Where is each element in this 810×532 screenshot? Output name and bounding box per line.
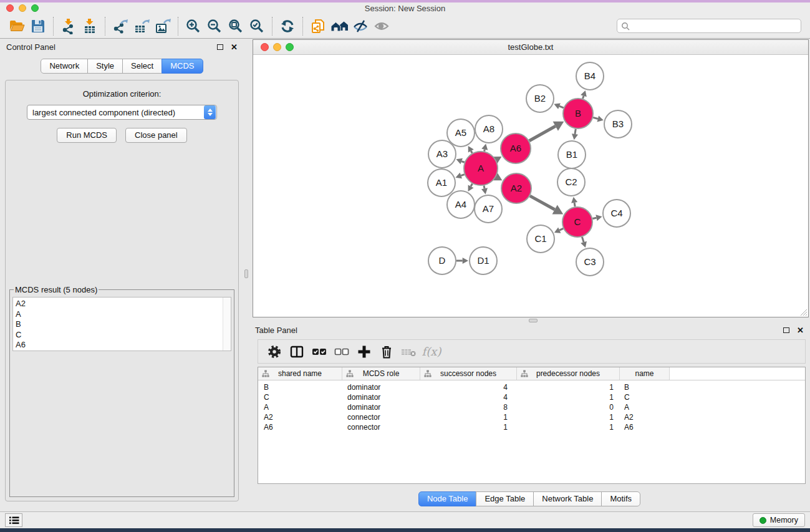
edge-B-B3[interactable]: [593, 117, 598, 118]
import-network-icon: [60, 18, 77, 34]
zoom-out-button[interactable]: [204, 16, 225, 36]
run-mcds-button[interactable]: Run MCDS: [57, 128, 117, 143]
refresh-button[interactable]: [277, 16, 298, 36]
graph-node-label: A7: [483, 203, 494, 214]
tab-network-table[interactable]: Network Table: [533, 491, 602, 506]
select-all-button[interactable]: [308, 342, 330, 362]
network-canvas-container[interactable]: AA6A2BCA5A8A3A1A4A7B2B4B3B1C2C4C1C3DD1: [253, 55, 808, 317]
duplicate-network-icon: [310, 18, 326, 34]
tab-mcds[interactable]: MCDS: [162, 59, 203, 74]
trash-icon: [379, 344, 394, 359]
edge-A2-C[interactable]: [530, 196, 555, 210]
network-canvas[interactable]: AA6A2BCA5A8A3A1A4A7B2B4B3B1C2C4C1C3DD1: [253, 55, 808, 317]
table-cell: dominator: [342, 403, 420, 412]
column-header-name[interactable]: name: [620, 367, 670, 380]
zoom-in-button[interactable]: [183, 16, 204, 36]
edge-A-A7[interactable]: [484, 186, 485, 189]
search-box[interactable]: [617, 19, 801, 33]
zoom-fit-button[interactable]: [225, 16, 246, 36]
table-row[interactable]: Bdominator41B: [258, 382, 805, 392]
export-network-button[interactable]: [110, 16, 131, 36]
horizontal-split-divider[interactable]: [249, 317, 810, 322]
split-columns-button[interactable]: [286, 342, 308, 362]
tab-motifs[interactable]: Motifs: [601, 491, 640, 506]
edge-C-C1[interactable]: [559, 228, 563, 230]
show-eye-button[interactable]: [371, 16, 392, 36]
close-panel-icon[interactable]: ✕: [797, 326, 804, 334]
column-header-shared-name[interactable]: shared name: [258, 367, 342, 380]
divider-grip-icon[interactable]: [244, 269, 248, 278]
edge-A-A5[interactable]: [471, 151, 472, 153]
graph-node-label: D: [439, 255, 446, 266]
save-session-button[interactable]: [27, 16, 49, 36]
table-cell: connector: [342, 413, 420, 422]
close-panel-button[interactable]: Close panel: [125, 128, 187, 143]
task-history-button[interactable]: [5, 513, 22, 527]
edge-A-A8[interactable]: [485, 150, 485, 152]
mcds-result-item[interactable]: A6: [16, 340, 231, 351]
eye-slash-icon: [352, 18, 369, 34]
arrowhead-icon: [571, 197, 577, 203]
vertical-split-divider[interactable]: [244, 39, 249, 511]
close-panel-icon[interactable]: ✕: [231, 43, 238, 51]
divider-grip-icon[interactable]: [529, 319, 538, 322]
import-network-button[interactable]: [58, 16, 79, 36]
edge-C-C2[interactable]: [574, 203, 575, 206]
add-column-button[interactable]: [353, 342, 375, 362]
column-header-predecessor-nodes[interactable]: predecessor nodes: [517, 367, 620, 380]
export-image-button[interactable]: [152, 16, 173, 36]
arrowhead-icon: [481, 188, 488, 194]
export-table-button[interactable]: [131, 16, 152, 36]
tab-network[interactable]: Network: [41, 59, 88, 74]
edge-B-B2[interactable]: [559, 106, 564, 108]
network-window-titlebar[interactable]: testGlobe.txt: [253, 40, 808, 55]
mcds-result-list[interactable]: A2ABCA6: [12, 297, 231, 351]
edge-A-A3[interactable]: [461, 162, 465, 163]
hide-panels-button[interactable]: [350, 16, 371, 36]
edge-A-A4[interactable]: [471, 184, 472, 186]
graph-node-label: B: [575, 108, 581, 118]
table-cell: 1: [517, 413, 620, 422]
zoom-selected-button[interactable]: [246, 16, 268, 36]
column-header-mcds-role[interactable]: MCDS role: [342, 367, 420, 380]
tab-select[interactable]: Select: [122, 59, 162, 74]
tab-edge-table[interactable]: Edge Table: [476, 491, 534, 506]
mcds-result-item[interactable]: B: [16, 319, 231, 330]
import-table-button[interactable]: [79, 16, 100, 36]
mcds-result-item[interactable]: A: [16, 309, 231, 320]
duplicate-network-button[interactable]: [307, 16, 329, 36]
resize-grip-icon[interactable]: [799, 308, 808, 316]
table-row[interactable]: A2connector11A2: [258, 412, 805, 422]
delete-column-button[interactable]: [375, 342, 398, 362]
deselect-all-button[interactable]: [330, 342, 353, 362]
edge-C-C4[interactable]: [592, 218, 596, 218]
column-header-successor-nodes[interactable]: successor nodes: [420, 367, 517, 380]
table-cell: A6: [620, 423, 670, 432]
home-button[interactable]: [329, 16, 350, 36]
mcds-result-item[interactable]: C: [16, 330, 231, 341]
table-row[interactable]: Cdominator41C: [258, 392, 805, 402]
tab-node-table[interactable]: Node Table: [418, 491, 477, 506]
tab-style[interactable]: Style: [87, 59, 123, 74]
arrowhead-icon: [581, 241, 587, 248]
open-file-button[interactable]: [6, 16, 27, 36]
search-input[interactable]: [633, 22, 797, 31]
float-panel-icon[interactable]: [217, 44, 223, 50]
optimization-dropdown[interactable]: largest connected component (directed): [27, 105, 217, 120]
mcds-result-item[interactable]: A2: [16, 299, 231, 309]
memory-button[interactable]: Memory: [753, 513, 805, 527]
edge-B-B4[interactable]: [583, 96, 584, 99]
edge-B-B1[interactable]: [575, 129, 576, 134]
edge-A-A1[interactable]: [461, 175, 464, 176]
edge-A6-B[interactable]: [529, 126, 556, 141]
graph-node-label: C4: [610, 208, 622, 218]
toolbar-separator: [105, 17, 105, 36]
table-settings-button[interactable]: [263, 342, 286, 362]
arrowhead-icon: [572, 133, 578, 140]
node-table[interactable]: shared nameMCDS rolesuccessor nodesprede…: [258, 367, 806, 484]
table-row[interactable]: Adominator80A: [258, 402, 805, 412]
float-panel-icon[interactable]: [783, 327, 789, 333]
result-scrollbar[interactable]: [223, 297, 231, 351]
edge-C-C3[interactable]: [582, 237, 584, 242]
table-row[interactable]: A6connector11A6: [258, 422, 805, 432]
